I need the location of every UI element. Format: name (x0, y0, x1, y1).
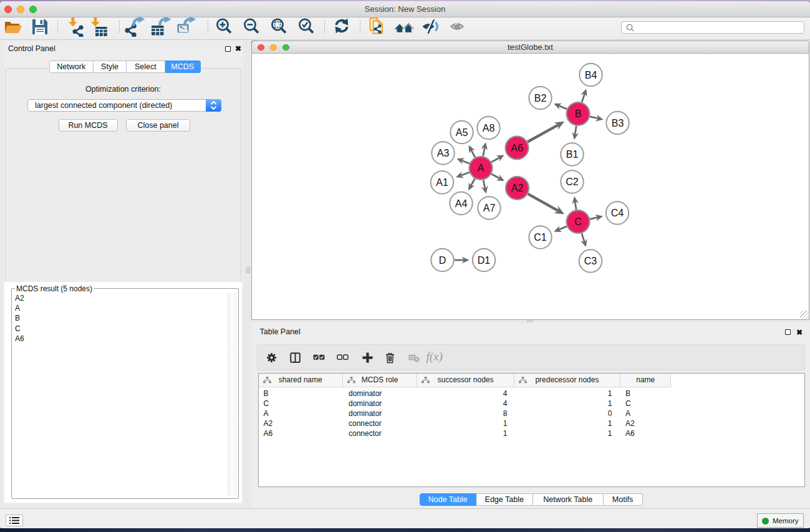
svg-text:A2: A2 (511, 183, 524, 193)
svg-text:C3: C3 (584, 256, 597, 266)
svg-text:A1: A1 (436, 177, 448, 188)
svg-text:C1: C1 (534, 232, 547, 243)
svg-text:A7: A7 (483, 203, 496, 213)
svg-text:A5: A5 (456, 127, 468, 138)
svg-text:A3: A3 (437, 148, 450, 158)
svg-text:C2: C2 (566, 177, 579, 187)
svg-text:C: C (574, 216, 582, 227)
svg-text:B: B (575, 109, 582, 119)
svg-text:D: D (439, 255, 446, 266)
svg-text:A4: A4 (455, 198, 468, 209)
svg-text:C4: C4 (611, 208, 624, 218)
svg-text:A6: A6 (511, 143, 523, 153)
svg-text:B3: B3 (612, 118, 624, 128)
svg-text:D1: D1 (478, 255, 491, 266)
svg-text:A8: A8 (483, 123, 495, 133)
svg-text:B1: B1 (566, 149, 579, 160)
svg-text:A: A (478, 163, 485, 173)
svg-text:B2: B2 (534, 93, 547, 104)
svg-text:B4: B4 (585, 70, 597, 80)
